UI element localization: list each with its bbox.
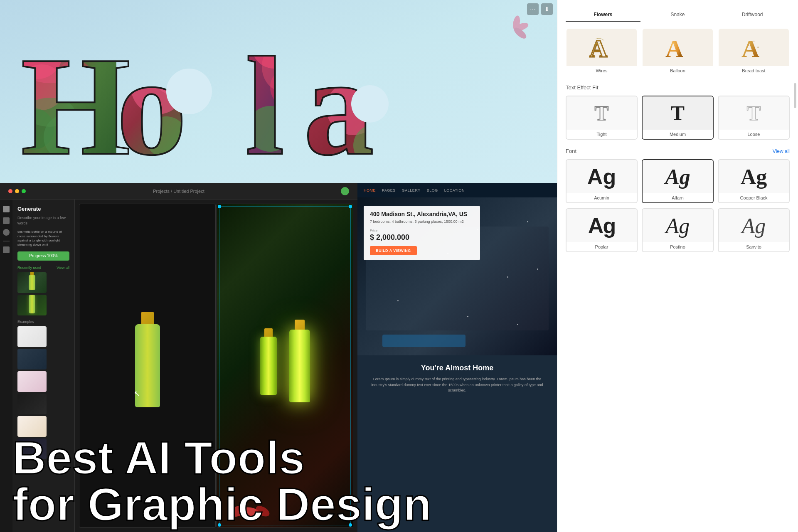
close-dot [8, 189, 12, 193]
wires-label: Wires [566, 66, 637, 75]
fit-card-medium[interactable]: T Medium [642, 96, 714, 140]
medium-t-icon: T [671, 101, 685, 125]
re-address: 400 Madison St., Alexandria,VA, US [370, 211, 474, 217]
gen-progress: Progress 100% [17, 251, 69, 261]
ai-generator-panel: Projects / Untitled Project [0, 183, 357, 532]
gen-thumb-1[interactable] [17, 272, 47, 293]
font-card-poplar[interactable]: Ag Poplar [566, 208, 638, 252]
re-price-label: Price [370, 229, 474, 232]
scrollbar-thumb[interactable] [794, 83, 796, 108]
font-cards-row-1: Ag Acumin Ag Alfarn Ag Cooper Black [566, 159, 790, 203]
gen-layout: Generate Describe your image in a few wo… [0, 200, 357, 532]
left-panel: ⋯ ⬇ [0, 0, 557, 532]
re-nav: HOME PAGES GALLERY BLOG LOCATION [357, 183, 557, 197]
re-nav-gallery[interactable]: GALLERY [402, 188, 421, 192]
example-thumb-4[interactable] [17, 394, 47, 414]
snow-8 [467, 316, 468, 317]
fit-card-loose[interactable]: T Loose [718, 96, 790, 140]
gen-desc: Describe your image in a few words [17, 215, 69, 226]
gen-slot-right[interactable] [217, 204, 353, 528]
alfarn-label: Alfarn [643, 193, 713, 202]
svg-text:H: H [21, 28, 131, 179]
example-thumb-6[interactable] [17, 438, 47, 459]
svg-point-50 [757, 47, 759, 48]
re-details: 7 bedrooms, 4 bathrooms, 3 parking place… [370, 219, 474, 224]
view-all-link[interactable]: View all [57, 266, 69, 270]
maximize-dot [22, 189, 26, 193]
sidebar-icon-generate[interactable] [3, 229, 10, 236]
gen-status-dot [341, 187, 349, 195]
gen-prompt[interactable]: cosmetic bottle on a mound of moss surro… [17, 230, 69, 247]
tab-driftwood[interactable]: Driftwood [715, 8, 790, 22]
sidebar-icon-tools[interactable] [3, 246, 10, 253]
example-thumb-1[interactable] [17, 326, 47, 347]
gen-example-thumbs-3 [17, 416, 69, 459]
gen-example-thumbs-2 [17, 371, 69, 414]
re-nav-location[interactable]: LOCATION [444, 188, 465, 192]
re-info-card: 400 Madison St., Alexandria,VA, US 7 bed… [364, 206, 480, 260]
svg-point-37 [351, 85, 389, 123]
gen-thumbnails [17, 272, 69, 315]
snow-4 [507, 276, 508, 278]
gen-example-thumbs [17, 326, 69, 369]
main-container: ⋯ ⬇ [0, 0, 798, 532]
minimize-dot [15, 189, 19, 193]
svg-text:A: A [665, 35, 683, 62]
re-bottom-text: Lorem Ipsum is simply dummy text of the … [366, 377, 549, 394]
re-cta-button[interactable]: BUILD A VIEWING [370, 246, 417, 255]
example-thumb-2[interactable] [17, 349, 47, 369]
poplar-label: Poplar [566, 242, 637, 251]
font-card-postino[interactable]: Ag Postino [642, 208, 714, 252]
re-price: $ 2,000.000 [370, 233, 474, 242]
example-thumb-5[interactable] [17, 416, 47, 437]
font-header: Font View all [566, 148, 790, 154]
text-effect-fit-title: Text Effect Fit [566, 84, 790, 91]
font-card-sanvito[interactable]: Ag Sanvito [718, 208, 790, 252]
cooper-label: Cooper Black [719, 193, 789, 202]
effect-card-wires[interactable]: A A Wires [566, 28, 638, 76]
font-card-cooper-black[interactable]: Ag Cooper Black [718, 159, 790, 203]
download-button[interactable]: ⬇ [541, 3, 553, 15]
cooper-ag-icon: Ag [741, 165, 767, 189]
snow-7 [537, 268, 538, 270]
sidebar-icon-1[interactable] [3, 206, 10, 212]
gen-header: Projects / Untitled Project [0, 183, 357, 200]
font-card-alfarn[interactable]: Ag Alfarn [642, 159, 714, 203]
effect-cards: A A Wires [566, 28, 790, 76]
style-tabs: Flowers Snake Driftwood [566, 8, 790, 22]
recently-used-label: Recently used View all [17, 266, 69, 270]
medium-label: Medium [643, 130, 713, 139]
fit-card-tight[interactable]: T Tight [566, 96, 638, 140]
font-section-title: Font [566, 148, 576, 154]
view-all-link[interactable]: View all [773, 148, 790, 154]
svg-text:l: l [245, 28, 284, 179]
tab-flowers[interactable]: Flowers [566, 8, 640, 22]
gen-thumb-2[interactable] [17, 295, 47, 315]
gen-slot-left[interactable]: ↖ [79, 204, 216, 528]
breadcrumb: Projects / Untitled Project [153, 189, 204, 194]
postino-ag-icon: Ag [666, 214, 690, 238]
realestate-panel: HOME PAGES GALLERY BLOG LOCATION [357, 183, 557, 532]
balloon-label: Balloon [643, 66, 713, 75]
svg-text:A: A [741, 35, 759, 62]
sidebar-icon-assets[interactable] [3, 217, 10, 224]
example-thumb-3[interactable] [17, 371, 47, 392]
loose-t-icon: T [747, 101, 761, 125]
svg-point-30 [372, 15, 418, 60]
re-nav-blog[interactable]: BLOG [427, 188, 438, 192]
font-card-acumin[interactable]: Ag Acumin [566, 159, 638, 203]
re-nav-pages[interactable]: PAGES [382, 188, 396, 192]
re-hero: 400 Madison St., Alexandria,VA, US 7 bed… [357, 197, 557, 355]
effect-card-bread-toast[interactable]: A Bread toast [718, 28, 790, 76]
re-nav-home[interactable]: HOME [364, 188, 376, 192]
left-toolbar: ⋯ ⬇ [527, 3, 553, 15]
more-button[interactable]: ⋯ [527, 3, 539, 15]
right-sidebar: Flowers Snake Driftwood A A Wires [557, 0, 798, 532]
tab-snake[interactable]: Snake [640, 8, 715, 22]
svg-point-49 [753, 41, 754, 42]
svg-point-48 [748, 44, 749, 46]
sanvito-ag-icon: Ag [742, 214, 766, 238]
cursor-indicator: ↖ [134, 389, 140, 398]
effect-card-balloon[interactable]: A Balloon [642, 28, 714, 76]
tight-t-icon: T [595, 101, 608, 125]
